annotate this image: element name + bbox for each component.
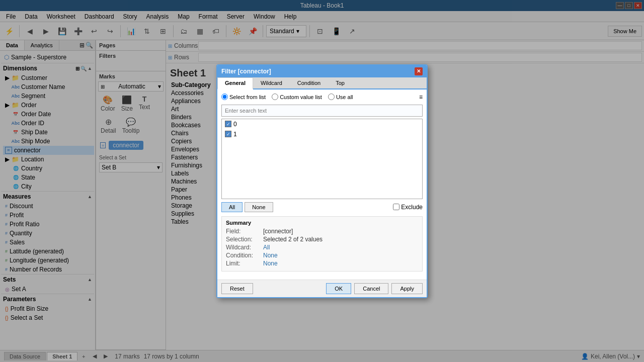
- select-from-list-radio[interactable]: Select from list: [221, 94, 266, 100]
- modal-close-button[interactable]: ✕: [415, 67, 423, 75]
- summary-field-label: Field:: [226, 228, 261, 235]
- summary-selection-row: Selection: Selected 2 of 2 values: [226, 236, 418, 243]
- modal-tab-general[interactable]: General: [217, 77, 253, 89]
- filter-modal: Filter [connector] ✕ General Wildcard Co…: [216, 64, 428, 298]
- filter-item-1[interactable]: ✓ 1: [222, 129, 422, 139]
- modal-tab-top[interactable]: Top: [328, 77, 352, 88]
- filter-item-0[interactable]: ✓ 0: [222, 119, 422, 129]
- filter-menu-icon[interactable]: ≡: [419, 94, 423, 101]
- summary-wildcard-label: Wildcard:: [226, 244, 261, 251]
- modal-title-bar: Filter [connector] ✕: [217, 65, 427, 77]
- filter-list: ✓ 0 ✓ 1: [221, 119, 423, 199]
- summary-condition-label: Condition:: [226, 252, 261, 259]
- summary-section: Summary Field: [connector] Selection: Se…: [221, 216, 423, 272]
- summary-wildcard-value: All: [263, 244, 270, 251]
- apply-button[interactable]: Apply: [391, 283, 423, 294]
- modal-title: Filter [connector]: [221, 68, 271, 75]
- filter-search-input[interactable]: [221, 105, 423, 117]
- summary-selection-value: Selected 2 of 2 values: [263, 236, 323, 243]
- exclude-row: Exclude: [393, 204, 423, 211]
- exclude-checkbox[interactable]: [393, 204, 399, 210]
- exclude-label: Exclude: [401, 204, 423, 211]
- summary-condition-row: Condition: None: [226, 252, 418, 259]
- modal-body: Select from list Custom value list Use a…: [217, 89, 427, 280]
- summary-limit-row: Limit: None: [226, 260, 418, 267]
- ok-button[interactable]: OK: [326, 283, 351, 294]
- none-button[interactable]: None: [245, 202, 273, 212]
- summary-wildcard-row: Wildcard: All: [226, 244, 418, 251]
- summary-field-value: [connector]: [263, 228, 293, 235]
- summary-field-row: Field: [connector]: [226, 228, 418, 235]
- modal-tab-condition[interactable]: Condition: [290, 77, 328, 88]
- summary-limit-value: None: [263, 260, 278, 267]
- reset-button[interactable]: Reset: [221, 283, 253, 294]
- filter-type-radio-group: Select from list Custom value list Use a…: [221, 94, 423, 101]
- modal-overlay: Filter [connector] ✕ General Wildcard Co…: [0, 0, 644, 362]
- use-all-radio[interactable]: Use all: [328, 94, 353, 100]
- cancel-button[interactable]: Cancel: [354, 283, 388, 294]
- summary-limit-label: Limit:: [226, 260, 261, 267]
- modal-tabs: General Wildcard Condition Top: [217, 77, 427, 89]
- summary-selection-label: Selection:: [226, 236, 261, 243]
- modal-footer: Reset OK Cancel Apply: [217, 280, 427, 297]
- modal-tab-wildcard[interactable]: Wildcard: [253, 77, 290, 88]
- filter-checkbox-1[interactable]: ✓: [225, 131, 231, 137]
- filter-checkbox-0[interactable]: ✓: [225, 121, 231, 127]
- summary-condition-value: None: [263, 252, 278, 259]
- all-button[interactable]: All: [221, 202, 243, 212]
- summary-title: Summary: [226, 220, 418, 226]
- filter-action-row: All None Exclude: [221, 202, 423, 212]
- custom-value-list-radio[interactable]: Custom value list: [272, 94, 322, 100]
